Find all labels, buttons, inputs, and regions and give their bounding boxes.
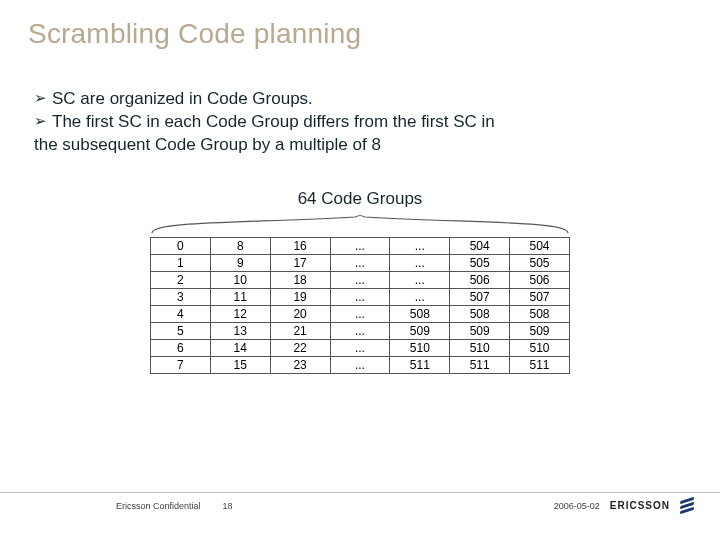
table-row: 31119......507507 <box>151 288 570 305</box>
table-cell: 508 <box>450 305 510 322</box>
table-cell: 506 <box>450 271 510 288</box>
table-cell: 4 <box>151 305 211 322</box>
table-cell: 507 <box>510 288 570 305</box>
table-row: 0816......504504 <box>151 237 570 254</box>
table-cell: 509 <box>390 322 450 339</box>
table-cell: 11 <box>210 288 270 305</box>
table-cell: 2 <box>151 271 211 288</box>
table-row: 61422...510510510 <box>151 339 570 356</box>
chevron-right-icon: ➢ <box>34 111 47 134</box>
table-cell: 15 <box>210 356 270 373</box>
table-cell: ... <box>390 254 450 271</box>
brace-icon <box>150 213 570 235</box>
table-cell: 508 <box>510 305 570 322</box>
table-row: 41220...508508508 <box>151 305 570 322</box>
table-cell: 511 <box>510 356 570 373</box>
code-groups-table: 0816......5045041917......50550521018...… <box>150 237 570 374</box>
table-cell: ... <box>330 237 390 254</box>
table-cell: 8 <box>210 237 270 254</box>
table-cell: ... <box>330 305 390 322</box>
table-cell: 504 <box>510 237 570 254</box>
footer-bar: Ericsson Confidential 18 2006-05-02 ERIC… <box>0 492 720 512</box>
table-cell: 18 <box>270 271 330 288</box>
table-cell: 504 <box>450 237 510 254</box>
page-title: Scrambling Code planning <box>0 0 720 50</box>
table-cell: 21 <box>270 322 330 339</box>
table-cell: 10 <box>210 271 270 288</box>
table-cell: 507 <box>450 288 510 305</box>
brand-wordmark: ERICSSON <box>610 500 670 511</box>
table-cell: 509 <box>450 322 510 339</box>
table-cell: ... <box>390 271 450 288</box>
table-cell: 6 <box>151 339 211 356</box>
table-cell: 17 <box>270 254 330 271</box>
table-cell: 0 <box>151 237 211 254</box>
table-cell: 16 <box>270 237 330 254</box>
table-cell: 19 <box>270 288 330 305</box>
table-cell: ... <box>390 237 450 254</box>
footer-confidential: Ericsson Confidential <box>116 501 201 511</box>
table-row: 1917......505505 <box>151 254 570 271</box>
bullet-text: SC are organized in Code Groups. <box>52 88 313 111</box>
table-cell: ... <box>330 356 390 373</box>
table-cell: 3 <box>151 288 211 305</box>
bullet-list: ➢ SC are organized in Code Groups. ➢ The… <box>34 88 674 157</box>
table-cell: ... <box>330 322 390 339</box>
table-row: 21018......506506 <box>151 271 570 288</box>
bullet-continuation: the subsequent Code Group by a multiple … <box>34 134 674 157</box>
chevron-right-icon: ➢ <box>34 88 47 111</box>
table-cell: 505 <box>450 254 510 271</box>
table-row: 71523...511511511 <box>151 356 570 373</box>
table-cell: 1 <box>151 254 211 271</box>
table-cell: 9 <box>210 254 270 271</box>
table-cell: ... <box>330 288 390 305</box>
table-cell: ... <box>330 339 390 356</box>
table-cell: 7 <box>151 356 211 373</box>
table-cell: 12 <box>210 305 270 322</box>
table-cell: ... <box>330 254 390 271</box>
table-cell: 505 <box>510 254 570 271</box>
table-cell: 511 <box>450 356 510 373</box>
table-cell: 20 <box>270 305 330 322</box>
table-cell: 22 <box>270 339 330 356</box>
table-cell: ... <box>330 271 390 288</box>
table-cell: 13 <box>210 322 270 339</box>
bullet-item: ➢ SC are organized in Code Groups. <box>34 88 674 111</box>
ericsson-logo-icon <box>680 497 694 515</box>
table-cell: ... <box>390 288 450 305</box>
table-cell: 510 <box>450 339 510 356</box>
table-cell: 14 <box>210 339 270 356</box>
table-cell: 511 <box>390 356 450 373</box>
footer-page-number: 18 <box>223 501 233 511</box>
table-cell: 508 <box>390 305 450 322</box>
table-cell: 510 <box>390 339 450 356</box>
table-cell: 5 <box>151 322 211 339</box>
table-row: 51321...509509509 <box>151 322 570 339</box>
bullet-item: ➢ The first SC in each Code Group differ… <box>34 111 674 134</box>
table-cell: 509 <box>510 322 570 339</box>
table-caption: 64 Code Groups <box>0 189 720 209</box>
table-cell: 510 <box>510 339 570 356</box>
bullet-text: The first SC in each Code Group differs … <box>52 111 495 134</box>
table-cell: 23 <box>270 356 330 373</box>
footer-date: 2006-05-02 <box>554 501 600 511</box>
table-cell: 506 <box>510 271 570 288</box>
